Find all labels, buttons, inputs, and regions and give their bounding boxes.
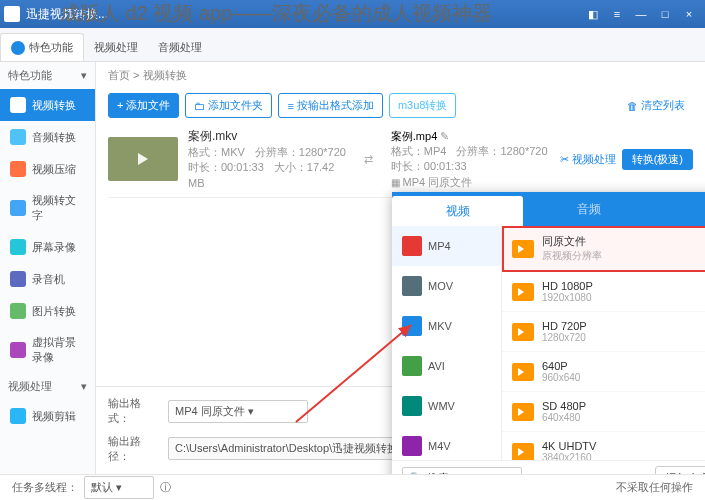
screen-icon [10, 239, 26, 255]
menu-button[interactable]: ≡ [605, 4, 629, 24]
format-mp4[interactable]: MP4 [392, 226, 501, 266]
app-logo-icon [4, 6, 20, 22]
preset-4k[interactable]: 4K UHDTV3840x2160✎ [502, 432, 705, 460]
preset-720p[interactable]: HD 720P1280x720✎ [502, 312, 705, 352]
sidebar-item-image-convert[interactable]: 图片转换 [0, 295, 95, 327]
sidebar-item-audio-convert[interactable]: 音频转换 [0, 121, 95, 153]
video-edit-link[interactable]: ✂ 视频处理 [560, 152, 616, 167]
info-icon[interactable]: ⓘ [160, 480, 171, 495]
sidebar-item-label: 录音机 [32, 272, 65, 287]
audio-icon [10, 129, 26, 145]
popup-tab-video[interactable]: 视频 [392, 196, 523, 226]
folder-icon: 🗀 [194, 100, 205, 112]
add-by-format-button[interactable]: ≡按输出格式添加 [278, 93, 382, 118]
preset-name: 4K UHDTV [542, 440, 705, 452]
sidebar-item-label: 视频剪辑 [32, 409, 76, 424]
tab-audio[interactable]: 音频处理 [148, 34, 212, 61]
sidebar-item-to-text[interactable]: 视频转文字 [0, 185, 95, 231]
tab-label: 特色功能 [29, 40, 73, 55]
search-placeholder: 搜索 [427, 471, 449, 474]
preset-original[interactable]: 同原文件原视频分辨率⚡ 闪电模式✎ [502, 226, 705, 272]
preset-480p[interactable]: SD 480P640x480✎ [502, 392, 705, 432]
swap-button[interactable]: ⇄ [357, 147, 381, 171]
format-label: MP4 [428, 240, 451, 252]
button-label: 按输出格式添加 [297, 98, 374, 113]
convert-icon [10, 97, 26, 113]
sidebar-item-label: 视频转文字 [32, 193, 85, 223]
preset-sub: 960x640 [542, 372, 705, 383]
format-avi[interactable]: AVI [392, 346, 501, 386]
mov-icon [402, 276, 422, 296]
popup-tab-audio[interactable]: 音频 [523, 192, 654, 226]
film-icon [512, 443, 534, 461]
bg-icon [10, 342, 26, 358]
popup-tabs: 视频 音频 设备 [392, 192, 705, 226]
status-right-label: 不采取任何操作 [616, 480, 693, 495]
close-button[interactable]: × [677, 4, 701, 24]
film-icon [512, 403, 534, 421]
output-info: 案例.mp4 ✎ 格式：MP4 分辨率：1280*720 时长：00:01:33… [391, 129, 550, 191]
popup-tab-device[interactable]: 设备 [655, 192, 705, 226]
button-label: 添加文件夹 [208, 98, 263, 113]
sidebar-item-screen-record[interactable]: 屏幕录像 [0, 231, 95, 263]
thread-select[interactable]: 默认 ▾ [84, 476, 154, 499]
format-m4v[interactable]: M4V [392, 426, 501, 460]
main-tabbar: 特色功能 视频处理 音频处理 [0, 28, 705, 62]
tab-video[interactable]: 视频处理 [84, 34, 148, 61]
output-format-select[interactable]: MP4 同原文件 ▾ [168, 400, 308, 423]
sidebar-item-label: 屏幕录像 [32, 240, 76, 255]
preset-640p[interactable]: 640P960x640✎ [502, 352, 705, 392]
sidebar-item-label: 视频压缩 [32, 162, 76, 177]
tab-label: 音频处理 [158, 40, 202, 55]
add-file-button[interactable]: + 添加文件 [108, 93, 179, 118]
maximize-button[interactable]: □ [653, 4, 677, 24]
preset-search-input[interactable]: 🔍搜索 [402, 467, 522, 474]
video-thumbnail[interactable] [108, 137, 178, 181]
preset-name: SD 480P [542, 400, 705, 412]
search-icon: 🔍 [409, 472, 423, 474]
clear-list-button[interactable]: 🗑清空列表 [619, 94, 693, 117]
star-icon [11, 41, 25, 55]
convert-button[interactable]: 转换(极速) [622, 149, 693, 170]
sidebar-item-compress[interactable]: 视频压缩 [0, 153, 95, 185]
sidebar: 特色功能▾ 视频转换 音频转换 视频压缩 视频转文字 屏幕录像 录音机 图片转换… [0, 62, 96, 474]
source-info: 案例.mkv 格式：MKV 分辨率：1280*720 时长：00:01:33 大… [188, 128, 347, 191]
file-item[interactable]: 案例.mkv 格式：MKV 分辨率：1280*720 时长：00:01:33 大… [108, 122, 693, 198]
mkv-icon [402, 316, 422, 336]
text-icon [10, 200, 26, 216]
film-icon [512, 323, 534, 341]
tab-label: 视频处理 [94, 40, 138, 55]
format-mkv[interactable]: MKV [392, 306, 501, 346]
preset-sub: 原视频分辨率 [542, 249, 696, 263]
main-panel: 首页 > 视频转换 + 添加文件 🗀添加文件夹 ≡按输出格式添加 m3u8转换 … [96, 62, 705, 474]
sidebar-item-label: 虚拟背景录像 [32, 335, 85, 365]
skin-button[interactable]: ◧ [581, 4, 605, 24]
sidebar-item-virtual-bg[interactable]: 虚拟背景录像 [0, 327, 95, 373]
add-custom-preset-button[interactable]: 添加自定义参数模板 [655, 466, 705, 474]
rename-button[interactable]: ✎ [440, 130, 449, 142]
preset-1080p[interactable]: HD 1080P1920x1080✎ [502, 272, 705, 312]
sidebar-item-label: 图片转换 [32, 304, 76, 319]
tab-special[interactable]: 特色功能 [0, 33, 84, 61]
preset-name: HD 720P [542, 320, 705, 332]
output-name: 案例.mp4 [391, 130, 437, 142]
toolbar: + 添加文件 🗀添加文件夹 ≡按输出格式添加 m3u8转换 🗑清空列表 [96, 89, 705, 122]
minimize-button[interactable]: — [629, 4, 653, 24]
film-icon [512, 283, 534, 301]
mp4-icon [402, 236, 422, 256]
format-wmv[interactable]: WMV [392, 386, 501, 426]
sidebar-item-recorder[interactable]: 录音机 [0, 263, 95, 295]
preset-name: 640P [542, 360, 705, 372]
preset-sub: 1920x1080 [542, 292, 705, 303]
format-label: MKV [428, 320, 452, 332]
add-folder-button[interactable]: 🗀添加文件夹 [185, 93, 272, 118]
m3u8-button[interactable]: m3u8转换 [389, 93, 457, 118]
sidebar-item-video-edit[interactable]: 视频剪辑 [0, 400, 95, 432]
wmv-icon [402, 396, 422, 416]
format-label: M4V [428, 440, 451, 452]
format-mov[interactable]: MOV [392, 266, 501, 306]
button-label: 清空列表 [641, 98, 685, 113]
sidebar-item-video-convert[interactable]: 视频转换 [0, 89, 95, 121]
format-popup: 视频 音频 设备 MP4 MOV MKV AVI WMV M4V 同原文件原视频… [392, 192, 705, 474]
statusbar: 任务多线程： 默认 ▾ ⓘ 不采取任何操作 [0, 474, 705, 500]
